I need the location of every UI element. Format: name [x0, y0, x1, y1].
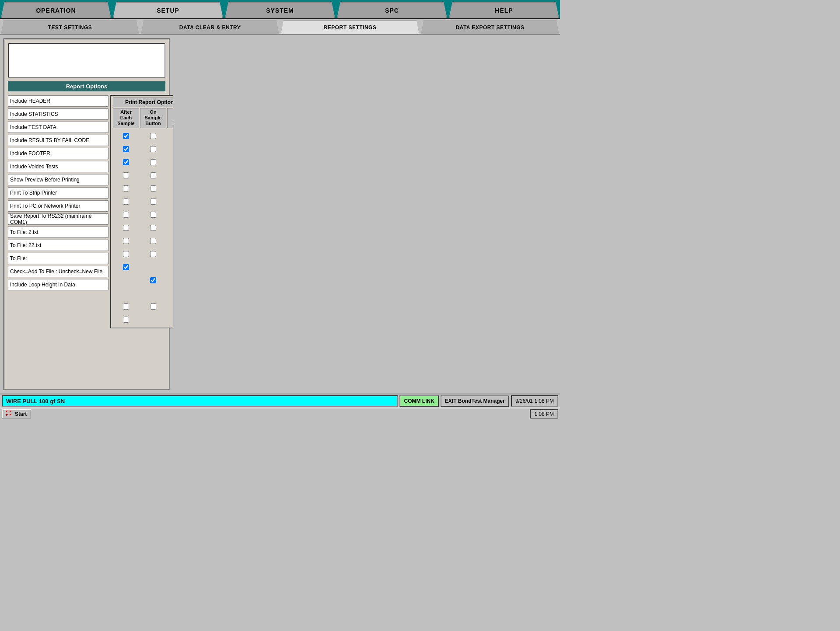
- option-row-7: Print To Strip Printer: [8, 187, 108, 199]
- checkbox-0-col2[interactable]: [150, 133, 156, 139]
- exit-button[interactable]: EXIT BondTest Manager: [441, 395, 509, 407]
- top-nav: OPERATIONSETUPSYSTEMSPCHELP: [0, 0, 560, 19]
- option-row-13: Check=Add To File : Uncheck=New File: [8, 265, 108, 278]
- option-row-14: Include Loop Height In Data: [8, 279, 108, 291]
- checkbox-cell-13-1: [113, 301, 139, 312]
- checkbox-2-col1[interactable]: [123, 159, 129, 165]
- status-bar: WIRE PULL 100 gf SN COMM LINK EXIT BondT…: [0, 394, 560, 408]
- checkbox-cell-11-1: [113, 275, 139, 286]
- checkbox-11-col2[interactable]: [150, 277, 156, 283]
- checkbox-3-col2[interactable]: [150, 172, 156, 178]
- taskbar: Start 1:08 PM: [0, 408, 560, 420]
- checkbox-cell-2-2: [140, 157, 166, 168]
- checkbox-cell-9-2: [140, 248, 166, 260]
- taskbar-time: 1:08 PM: [530, 409, 558, 419]
- option-label-2: Include TEST DATA: [8, 122, 108, 133]
- top-nav-tab-spc[interactable]: SPC: [337, 2, 447, 18]
- option-label-4: Include FOOTER: [8, 148, 108, 159]
- checkbox-6-col2[interactable]: [150, 212, 156, 218]
- checkbox-9-col2[interactable]: [150, 251, 156, 257]
- start-button[interactable]: Start: [2, 409, 31, 419]
- option-label-5: Include Voided Tests: [8, 161, 108, 172]
- top-nav-tab-setup[interactable]: SETUP: [113, 2, 223, 18]
- option-row-10: To File: 2.txt: [8, 226, 108, 238]
- option-label-3: Include RESULTS BY FAIL CODE: [8, 135, 108, 146]
- option-label-7: Print To Strip Printer: [8, 187, 108, 199]
- option-row-1: Include STATISTICS: [8, 108, 108, 120]
- checkbox-cell-9-1: [113, 248, 139, 260]
- checkbox-cell-6-2: [140, 209, 166, 220]
- checkbox-9-col1[interactable]: [123, 251, 129, 257]
- checkbox-1-col1[interactable]: [123, 146, 129, 152]
- option-row-2: Include TEST DATA: [8, 121, 108, 133]
- col-header-1: After Each Sample: [113, 108, 139, 128]
- checkbox-2-col2[interactable]: [150, 159, 156, 165]
- option-row-8: Print To PC or Network Printer: [8, 200, 108, 212]
- comm-link-button[interactable]: COMM LINK: [399, 395, 438, 407]
- checkbox-6-col1[interactable]: [123, 212, 129, 218]
- sub-nav-tab-report-settings[interactable]: REPORT SETTINGS: [281, 21, 419, 34]
- checkbox-cell-2-1: [113, 157, 139, 168]
- checkbox-cell-0-2: [140, 130, 166, 142]
- table-container: Include HEADERInclude STATISTICSInclude …: [8, 95, 165, 328]
- checkbox-0-col1[interactable]: [123, 133, 129, 139]
- checkbox-cell-10-2: [140, 261, 166, 273]
- left-panel: Report Options Include HEADERInclude STA…: [4, 38, 170, 390]
- checkbox-cell-5-1: [113, 196, 139, 207]
- option-row-9: Save Report To RS232 (mainframe COM1): [8, 213, 108, 225]
- checkbox-10-col1[interactable]: [123, 264, 129, 270]
- checkbox-cell-13-2: [140, 301, 166, 312]
- checkbox-cell-4-2: [140, 183, 166, 194]
- right-panel: [173, 38, 556, 390]
- checkbox-cell-1-1: [113, 143, 139, 155]
- checkbox-cell-8-2: [140, 235, 166, 247]
- start-label: Start: [15, 411, 27, 417]
- checkbox-7-col2[interactable]: [150, 225, 156, 231]
- option-row-12: To File:: [8, 252, 108, 265]
- checkbox-cell-6-1: [113, 209, 139, 220]
- checkbox-4-col2[interactable]: [150, 185, 156, 192]
- checkbox-13-col2[interactable]: [150, 303, 156, 310]
- option-label-0: Include HEADER: [8, 95, 108, 107]
- options-list: Include HEADERInclude STATISTICSInclude …: [8, 95, 108, 328]
- checkbox-4-col1[interactable]: [123, 185, 129, 192]
- col-header-2: On Sample Button: [140, 108, 166, 128]
- option-label-9: Save Report To RS232 (mainframe COM1): [8, 213, 108, 225]
- option-row-11: To File: 22.txt: [8, 239, 108, 251]
- preview-area: [8, 43, 165, 78]
- checkbox-5-col1[interactable]: [123, 199, 129, 205]
- sub-nav-tab-data-clear-entry[interactable]: DATA CLEAR & ENTRY: [141, 21, 279, 34]
- checkbox-5-col2[interactable]: [150, 199, 156, 205]
- top-nav-tab-system[interactable]: SYSTEM: [225, 2, 335, 18]
- checkbox-cell-8-1: [113, 235, 139, 247]
- checkbox-cell-11-2: [140, 275, 166, 286]
- checkbox-cell-4-1: [113, 183, 139, 194]
- checkbox-8-col2[interactable]: [150, 238, 156, 244]
- top-nav-tab-operation[interactable]: OPERATION: [1, 2, 111, 18]
- option-label-14: Include Loop Height In Data: [8, 279, 108, 290]
- sub-nav-tab-data-export-settings[interactable]: DATA EXPORT SETTINGS: [421, 21, 559, 34]
- checkbox-cell-7-1: [113, 222, 139, 234]
- checkbox-7-col1[interactable]: [123, 225, 129, 231]
- main-content: Report Options Include HEADERInclude STA…: [0, 35, 560, 394]
- checkbox-8-col1[interactable]: [123, 238, 129, 244]
- checkbox-13-col1[interactable]: [123, 303, 129, 310]
- option-label-12: To File:: [8, 253, 108, 264]
- checkbox-cell-1-2: [140, 143, 166, 155]
- checkbox-1-col2[interactable]: [150, 146, 156, 152]
- checkbox-14-col1[interactable]: [123, 317, 129, 323]
- option-label-6: Show Preview Before Printing: [8, 174, 108, 185]
- sub-nav: TEST SETTINGSDATA CLEAR & ENTRYREPORT SE…: [0, 19, 560, 35]
- datetime: 9/26/01 1:08 PM: [511, 395, 558, 407]
- windows-logo-icon: [6, 411, 13, 418]
- sub-nav-tab-test-settings[interactable]: TEST SETTINGS: [1, 21, 139, 34]
- checkbox-3-col1[interactable]: [123, 172, 129, 178]
- option-row-0: Include HEADER: [8, 95, 108, 107]
- checkbox-cell-10-1: [113, 261, 139, 273]
- checkbox-cell-12-2: [140, 288, 166, 299]
- option-label-10: To File: 2.txt: [8, 227, 108, 238]
- checkbox-cell-3-2: [140, 170, 166, 181]
- top-nav-tab-help[interactable]: HELP: [449, 2, 559, 18]
- checkbox-cell-14-1: [113, 314, 139, 325]
- checkbox-cell-3-1: [113, 170, 139, 181]
